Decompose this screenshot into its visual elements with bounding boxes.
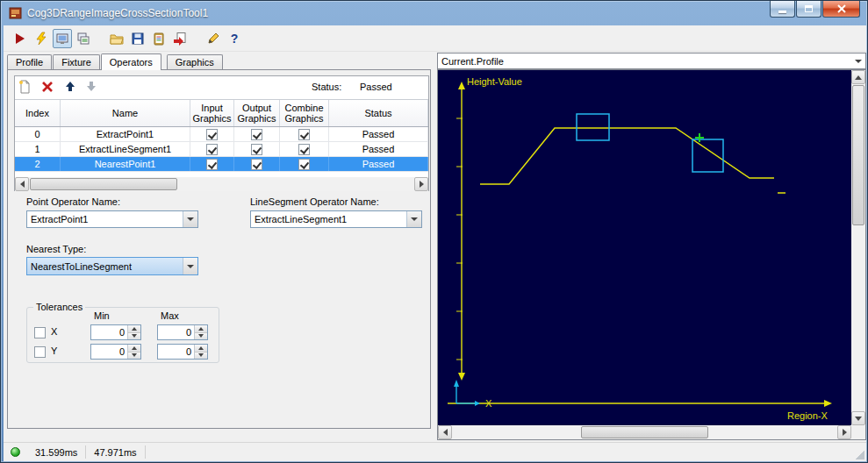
tolerance-y-checkbox[interactable]	[34, 346, 46, 358]
grid-row-0[interactable]: 0 ExtractPoint1 Passed	[15, 127, 428, 142]
grid-row-2-selected[interactable]: 2 NearestPoint1 Passed	[15, 157, 428, 172]
window-controls	[769, 1, 860, 18]
graphic-region-box-1[interactable]	[692, 139, 723, 172]
linesegment-operator-combobox[interactable]: ExtractLineSegment1	[250, 210, 422, 228]
dropdown-button[interactable]	[406, 211, 421, 227]
output-graphics-checkbox[interactable]	[251, 129, 262, 140]
nearest-type-combobox[interactable]: NearestToLineSegment	[26, 257, 198, 275]
move-down-button[interactable]	[83, 79, 99, 95]
import-button[interactable]	[170, 29, 190, 48]
profile-chart[interactable]: Height-Value Region-X X	[438, 70, 851, 425]
scroll-right-button[interactable]	[414, 177, 428, 191]
save-button[interactable]	[128, 29, 147, 48]
maximize-button[interactable]	[796, 1, 821, 18]
close-button[interactable]	[822, 1, 860, 18]
grid-horizontal-scrollbar[interactable]	[15, 177, 428, 191]
spinner-down-button[interactable]	[195, 353, 207, 360]
scrollbar-thumb[interactable]	[581, 426, 708, 438]
scroll-up-button[interactable]	[851, 70, 865, 84]
operator-grid-block: Status: Passed Index Name Input Graphics…	[14, 75, 429, 191]
tolerance-x-checkbox[interactable]	[34, 327, 46, 338]
header-input-graphics[interactable]: Input Graphics	[190, 100, 234, 126]
tolerance-y-max-spinner[interactable]: 0	[157, 344, 208, 360]
output-graphics-checkbox[interactable]	[251, 159, 262, 170]
profile-selector[interactable]: Current.Profile	[437, 53, 866, 69]
chart-horizontal-scrollbar[interactable]	[438, 425, 851, 439]
run-button[interactable]	[11, 29, 30, 48]
header-combine-graphics[interactable]: Combine Graphics	[280, 100, 329, 126]
combine-graphics-checkbox[interactable]	[298, 144, 310, 155]
tab-profile[interactable]: Profile	[7, 54, 52, 69]
dropdown-button[interactable]	[183, 211, 197, 227]
chart-vertical-scrollbar[interactable]	[851, 70, 865, 425]
tolerance-x-min-spinner[interactable]: 0	[90, 324, 141, 340]
tab-label: Fixture	[61, 57, 91, 68]
graphics-display-button[interactable]	[74, 29, 93, 48]
tolerance-x-max-spinner[interactable]: 0	[157, 324, 208, 340]
tab-graphics[interactable]: Graphics	[167, 54, 223, 69]
edit-button[interactable]	[204, 29, 223, 48]
cell-status: Passed	[329, 142, 428, 156]
input-graphics-checkbox[interactable]	[206, 159, 218, 170]
add-operator-button[interactable]	[17, 79, 32, 95]
dropdown-button[interactable]	[183, 258, 197, 274]
scroll-left-button[interactable]	[438, 425, 452, 439]
tab-strip: Profile Fixture Operators Graphics	[7, 53, 224, 69]
import-page-icon	[173, 32, 187, 46]
graphic-region-box-0[interactable]	[577, 114, 609, 140]
tab-fixture[interactable]: Fixture	[53, 54, 100, 69]
scroll-right-button[interactable]	[837, 425, 851, 439]
open-button[interactable]	[107, 29, 126, 48]
spinner-up-button[interactable]	[195, 325, 207, 333]
electric-button[interactable]	[32, 29, 51, 48]
up-arrow-icon	[198, 327, 204, 331]
spinner-down-button[interactable]	[128, 333, 140, 340]
tab-operators[interactable]: Operators	[101, 53, 161, 70]
open-folder-icon	[110, 32, 124, 46]
spinner-buttons	[127, 345, 140, 359]
point-operator-combobox[interactable]: ExtractPoint1	[26, 210, 198, 228]
run-icon	[13, 32, 27, 46]
combine-graphics-checkbox[interactable]	[298, 159, 310, 170]
total-time: 47.971ms	[86, 447, 144, 458]
help-button[interactable]: ?	[225, 29, 244, 48]
combine-graphics-checkbox[interactable]	[298, 129, 310, 140]
input-graphics-checkbox[interactable]	[206, 144, 218, 155]
header-status[interactable]: Status	[329, 100, 428, 126]
titlebar[interactable]: Cog3DRangeImageCrossSectionTool1	[1, 1, 867, 25]
move-up-button[interactable]	[62, 79, 78, 95]
spinner-up-button[interactable]	[128, 325, 140, 333]
floppy-icon	[131, 32, 145, 46]
header-name[interactable]: Name	[61, 100, 190, 126]
input-graphics-checkbox[interactable]	[206, 129, 218, 140]
resize-grip[interactable]	[853, 448, 864, 459]
arrow-down-icon	[84, 80, 98, 94]
grid-row-1[interactable]: 1 ExtractLineSegment1 Passed	[15, 142, 428, 157]
output-graphics-checkbox[interactable]	[251, 144, 262, 155]
header-output-graphics[interactable]: Output Graphics	[234, 100, 280, 126]
copy-results-button[interactable]	[149, 29, 169, 48]
scroll-down-button[interactable]	[851, 411, 865, 425]
chevron-down-icon	[855, 60, 862, 63]
scroll-left-button[interactable]	[15, 177, 29, 191]
delete-operator-button[interactable]	[39, 79, 55, 95]
statusbar-divider	[145, 445, 146, 459]
right-arrow-icon	[843, 429, 847, 436]
spinner-up-button[interactable]	[195, 345, 207, 353]
header-index[interactable]: Index	[15, 100, 61, 126]
minimize-button[interactable]	[770, 1, 795, 18]
image-display-button[interactable]	[53, 29, 72, 48]
spinner-up-button[interactable]	[128, 345, 140, 353]
down-arrow-icon	[132, 353, 137, 357]
spinner-down-button[interactable]	[195, 333, 207, 340]
spinner-value: 0	[158, 325, 194, 339]
clipboard-icon	[152, 32, 166, 46]
window-title: Cog3DRangeImageCrossSectionTool1	[27, 7, 208, 19]
profile-chart-display[interactable]: Height-Value Region-X X	[437, 69, 866, 440]
dropdown-button[interactable]	[850, 53, 865, 68]
down-arrow-icon	[198, 334, 204, 338]
scrollbar-thumb[interactable]	[30, 178, 177, 190]
spinner-down-button[interactable]	[128, 353, 140, 360]
scrollbar-thumb[interactable]	[852, 85, 864, 225]
tolerance-y-min-spinner[interactable]: 0	[90, 344, 141, 360]
